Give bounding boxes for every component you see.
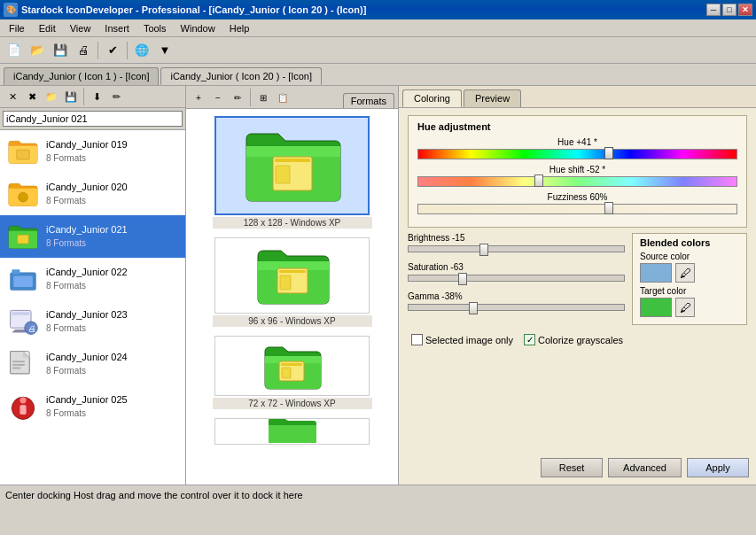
svg-rect-11 [12,361,24,362]
bottom-buttons: Reset Advanced Apply [399,454,756,485]
list-item[interactable]: iCandy_Junior 020 8 Formats [0,173,185,215]
source-color-row: 🖊 [640,263,739,283]
target-color-swatch[interactable] [640,298,672,317]
maximize-button[interactable]: □ [722,4,737,16]
menu-window[interactable]: Window [175,21,221,35]
icon-128[interactable]: 128 x 128 - Windows XP [213,116,372,229]
sep1 [97,42,98,59]
list-item-selected[interactable]: iCandy_Junior 021 8 Formats [0,215,185,258]
menu-view[interactable]: View [65,21,97,35]
center-tool2[interactable]: − [209,89,227,106]
tab-preview[interactable]: Preview [464,89,521,107]
delete2-btn[interactable]: ✖ [23,88,41,105]
new-button[interactable]: 📄 [4,40,25,61]
gamma-track [408,304,625,311]
menu-insert[interactable]: Insert [99,21,135,35]
app-icon: 🎨 [4,3,18,17]
fuzz-label: Fuzziness 60% [417,192,737,202]
source-color-picker[interactable]: 🖊 [675,263,695,283]
icon-72-label: 72 x 72 - Windows XP [213,398,372,409]
toolbar: 📄 📂 💾 🖨 ✔ 🌐 ▼ [0,37,756,64]
icon-partial[interactable] [213,418,372,445]
list-item[interactable]: 🖨 iCandy_Junior 023 8 Formats [0,300,185,343]
icon-128-label: 128 x 128 - Windows XP [213,217,372,229]
icon-gallery: 128 x 128 - Windows XP 96 x 96 - Windows… [186,109,398,485]
menu-file[interactable]: File [4,21,30,35]
fuzz-thumb[interactable] [604,202,613,214]
svg-rect-22 [280,275,291,290]
coloring-panel: Hue adjustment Hue +41 * Hue shift -52 * [399,108,756,454]
blended-title: Blended colors [640,237,739,248]
globe-button[interactable]: 🌐 [131,40,152,61]
tab-icon20[interactable]: iCandy_Junior ( Icon 20 ) - [Icon] [160,67,322,85]
menu-tools[interactable]: Tools [138,21,172,35]
file-icon [5,261,41,297]
tab-icon1[interactable]: iCandy_Junior ( Icon 1 ) - [Icon] [4,67,159,85]
right-tabs: Coloring Preview [399,86,756,108]
check-button[interactable]: ✔ [102,40,123,61]
pencil-btn[interactable]: ✏ [107,88,125,105]
hue-gradient [417,149,737,159]
selected-only-checkbox[interactable] [411,334,423,345]
gamma-thumb[interactable] [469,302,478,314]
format-tab[interactable]: Formats [343,93,394,108]
icon-72-wrap [214,336,370,396]
target-color-picker[interactable]: 🖊 [675,298,695,317]
list-item[interactable]: iCandy_Junior 024 8 Formats [0,343,185,385]
list-item[interactable]: iCandy_Junior 025 8 Formats [0,385,185,428]
icon-72[interactable]: 72 x 72 - Windows XP [213,336,372,409]
source-color-swatch[interactable] [640,263,672,283]
list-item[interactable]: iCandy_Junior 022 8 Formats [0,258,185,300]
reset-button[interactable]: Reset [541,458,603,477]
menu-edit[interactable]: Edit [34,21,61,35]
folder-btn[interactable]: 📁 [43,88,60,105]
fuzz-gradient [417,204,737,214]
center-tool1[interactable]: + [190,89,207,106]
window-title: Stardock IconDeveloper - Professional - … [21,4,366,15]
hue-shift-label: Hue shift -52 * [417,165,737,174]
saturation-thumb[interactable] [458,273,467,285]
import-btn[interactable]: ⬇ [88,88,105,105]
icon-96-wrap [214,237,370,314]
print-button[interactable]: 🖨 [73,40,94,61]
center-tool4[interactable]: ⊞ [254,89,272,106]
minimize-button[interactable]: ─ [706,4,721,16]
hue-thumb[interactable] [604,147,613,159]
selected-only-item: Selected image only [411,334,513,345]
colorize-checkbox[interactable] [524,334,535,345]
svg-rect-19 [276,166,290,183]
globe-dropdown[interactable]: ▼ [154,40,175,61]
tab-coloring[interactable]: Coloring [402,89,462,107]
svg-rect-0 [17,150,29,159]
right-panel: Coloring Preview Hue adjustment Hue +41 … [399,86,756,485]
target-label: Target color [640,286,739,296]
center-sep [250,89,251,106]
svg-rect-18 [275,159,310,162]
open-button[interactable]: 📂 [27,40,48,61]
center-tool5[interactable]: 📋 [274,89,292,106]
file-icon [5,219,41,254]
icon-96[interactable]: 96 x 96 - Windows XP [213,237,372,327]
delete-btn[interactable]: ✕ [4,88,21,105]
menu-help[interactable]: Help [224,21,255,35]
brightness-track [408,245,625,252]
save-small-btn[interactable]: 💾 [62,88,80,105]
search-input[interactable] [3,111,183,127]
target-color-row: 🖊 [640,298,739,317]
save-button[interactable]: 💾 [50,40,71,61]
svg-rect-21 [279,270,306,273]
colorize-label: Colorize grayscales [538,335,623,345]
list-item[interactable]: iCandy_Junior 019 8 Formats [0,130,185,173]
apply-button[interactable]: Apply [687,458,749,477]
hue-label: Hue +41 * [417,137,737,147]
icon-96-label: 96 x 96 - Windows XP [213,315,372,327]
svg-rect-5 [13,275,33,287]
advanced-button[interactable]: Advanced [608,458,682,477]
fuzz-row: Fuzziness 60% [417,192,737,214]
close-button[interactable]: ✕ [738,4,752,16]
center-tool3[interactable]: ✏ [229,89,246,106]
svg-point-1 [19,192,28,202]
brightness-thumb[interactable] [479,244,488,256]
hue-shift-thumb[interactable] [534,174,543,187]
icon-partial-wrap [214,418,370,445]
